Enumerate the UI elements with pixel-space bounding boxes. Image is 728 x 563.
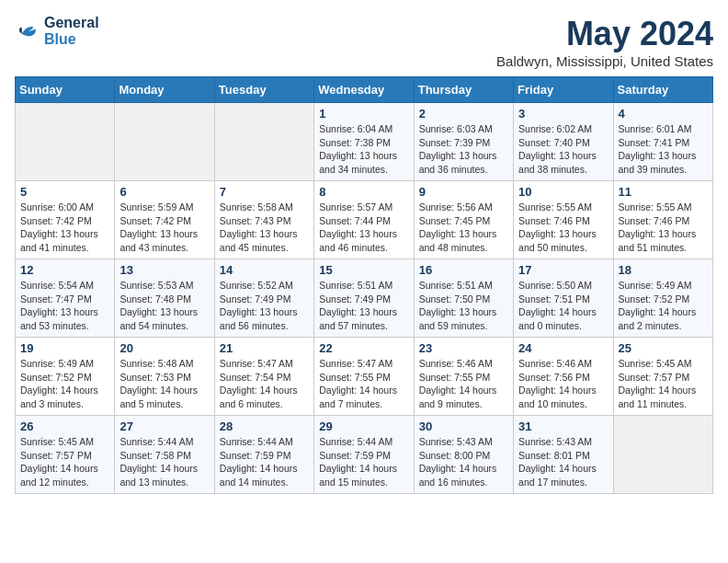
calendar-cell: 2Sunrise: 6:03 AM Sunset: 7:39 PM Daylig… bbox=[414, 103, 513, 181]
day-number: 25 bbox=[619, 341, 708, 355]
day-number: 10 bbox=[518, 185, 608, 199]
day-info: Sunrise: 5:51 AM Sunset: 7:50 PM Dayligh… bbox=[419, 279, 508, 333]
day-number: 18 bbox=[619, 263, 708, 277]
day-info: Sunrise: 5:49 AM Sunset: 7:52 PM Dayligh… bbox=[20, 357, 109, 411]
calendar-cell bbox=[214, 103, 313, 181]
day-info: Sunrise: 5:43 AM Sunset: 8:01 PM Dayligh… bbox=[518, 435, 608, 489]
day-number: 30 bbox=[419, 419, 508, 433]
day-info: Sunrise: 5:47 AM Sunset: 7:55 PM Dayligh… bbox=[319, 357, 408, 411]
page-header: General Blue May 2024 Baldwyn, Mississip… bbox=[15, 15, 713, 69]
day-number: 15 bbox=[319, 263, 408, 277]
calendar-cell: 30Sunrise: 5:43 AM Sunset: 8:00 PM Dayli… bbox=[414, 416, 513, 494]
calendar-cell: 17Sunrise: 5:50 AM Sunset: 7:51 PM Dayli… bbox=[514, 259, 613, 338]
day-info: Sunrise: 5:53 AM Sunset: 7:48 PM Dayligh… bbox=[119, 279, 209, 333]
calendar-cell: 12Sunrise: 5:54 AM Sunset: 7:47 PM Dayli… bbox=[16, 259, 115, 338]
calendar-cell: 11Sunrise: 5:55 AM Sunset: 7:46 PM Dayli… bbox=[613, 181, 712, 259]
calendar-cell: 20Sunrise: 5:48 AM Sunset: 7:53 PM Dayli… bbox=[115, 338, 214, 416]
day-number: 12 bbox=[20, 263, 109, 277]
calendar-cell: 18Sunrise: 5:49 AM Sunset: 7:52 PM Dayli… bbox=[613, 259, 712, 338]
title-block: May 2024 Baldwyn, Mississippi, United St… bbox=[496, 15, 713, 69]
day-number: 21 bbox=[220, 341, 309, 355]
calendar-cell: 13Sunrise: 5:53 AM Sunset: 7:48 PM Dayli… bbox=[115, 259, 214, 338]
calendar-cell bbox=[613, 416, 712, 494]
day-number: 4 bbox=[619, 107, 708, 121]
day-number: 24 bbox=[518, 341, 608, 355]
calendar-cell: 10Sunrise: 5:55 AM Sunset: 7:46 PM Dayli… bbox=[514, 181, 613, 259]
day-info: Sunrise: 5:51 AM Sunset: 7:49 PM Dayligh… bbox=[319, 279, 408, 333]
day-info: Sunrise: 6:01 AM Sunset: 7:41 PM Dayligh… bbox=[619, 122, 708, 177]
calendar-cell: 15Sunrise: 5:51 AM Sunset: 7:49 PM Dayli… bbox=[314, 259, 414, 338]
day-info: Sunrise: 5:45 AM Sunset: 7:57 PM Dayligh… bbox=[619, 357, 708, 411]
day-info: Sunrise: 5:46 AM Sunset: 7:56 PM Dayligh… bbox=[518, 357, 608, 411]
day-number: 7 bbox=[220, 185, 309, 199]
day-info: Sunrise: 6:04 AM Sunset: 7:38 PM Dayligh… bbox=[319, 122, 408, 177]
calendar-cell: 26Sunrise: 5:45 AM Sunset: 7:57 PM Dayli… bbox=[16, 416, 115, 494]
calendar-cell: 24Sunrise: 5:46 AM Sunset: 7:56 PM Dayli… bbox=[514, 338, 613, 416]
day-info: Sunrise: 5:55 AM Sunset: 7:46 PM Dayligh… bbox=[619, 201, 708, 255]
calendar-cell: 9Sunrise: 5:56 AM Sunset: 7:45 PM Daylig… bbox=[414, 181, 513, 259]
day-number: 11 bbox=[619, 185, 708, 199]
calendar-cell: 16Sunrise: 5:51 AM Sunset: 7:50 PM Dayli… bbox=[414, 259, 513, 338]
day-info: Sunrise: 5:48 AM Sunset: 7:53 PM Dayligh… bbox=[119, 357, 209, 411]
calendar-table: SundayMondayTuesdayWednesdayThursdayFrid… bbox=[15, 76, 713, 494]
day-number: 31 bbox=[518, 419, 608, 433]
calendar-cell bbox=[16, 103, 115, 181]
day-number: 2 bbox=[419, 107, 508, 121]
day-number: 6 bbox=[119, 185, 209, 199]
day-info: Sunrise: 5:52 AM Sunset: 7:49 PM Dayligh… bbox=[220, 279, 309, 333]
calendar-cell: 28Sunrise: 5:44 AM Sunset: 7:59 PM Dayli… bbox=[214, 416, 313, 494]
day-info: Sunrise: 5:47 AM Sunset: 7:54 PM Dayligh… bbox=[220, 357, 309, 411]
day-info: Sunrise: 5:58 AM Sunset: 7:43 PM Dayligh… bbox=[220, 201, 309, 255]
day-number: 28 bbox=[220, 419, 309, 433]
day-number: 9 bbox=[419, 185, 508, 199]
calendar-cell: 4Sunrise: 6:01 AM Sunset: 7:41 PM Daylig… bbox=[613, 103, 712, 181]
day-info: Sunrise: 5:56 AM Sunset: 7:45 PM Dayligh… bbox=[419, 201, 508, 255]
day-number: 5 bbox=[20, 185, 109, 199]
weekday-header-wednesday: Wednesday bbox=[314, 77, 414, 103]
calendar-cell: 19Sunrise: 5:49 AM Sunset: 7:52 PM Dayli… bbox=[16, 338, 115, 416]
day-info: Sunrise: 5:44 AM Sunset: 7:59 PM Dayligh… bbox=[220, 435, 309, 489]
calendar-cell: 5Sunrise: 6:00 AM Sunset: 7:42 PM Daylig… bbox=[16, 181, 115, 259]
calendar-cell: 31Sunrise: 5:43 AM Sunset: 8:01 PM Dayli… bbox=[514, 416, 613, 494]
day-info: Sunrise: 5:45 AM Sunset: 7:57 PM Dayligh… bbox=[20, 435, 109, 489]
day-number: 20 bbox=[119, 341, 209, 355]
day-number: 27 bbox=[119, 419, 209, 433]
day-info: Sunrise: 5:55 AM Sunset: 7:46 PM Dayligh… bbox=[518, 201, 608, 255]
calendar-cell: 21Sunrise: 5:47 AM Sunset: 7:54 PM Dayli… bbox=[214, 338, 313, 416]
calendar-cell: 7Sunrise: 5:58 AM Sunset: 7:43 PM Daylig… bbox=[214, 181, 313, 259]
day-info: Sunrise: 5:44 AM Sunset: 7:59 PM Dayligh… bbox=[319, 435, 408, 489]
calendar-cell: 23Sunrise: 5:46 AM Sunset: 7:55 PM Dayli… bbox=[414, 338, 513, 416]
calendar-cell: 3Sunrise: 6:02 AM Sunset: 7:40 PM Daylig… bbox=[514, 103, 613, 181]
calendar-cell: 22Sunrise: 5:47 AM Sunset: 7:55 PM Dayli… bbox=[314, 338, 414, 416]
day-number: 14 bbox=[220, 263, 309, 277]
weekday-header-monday: Monday bbox=[115, 77, 214, 103]
logo: General Blue bbox=[15, 15, 99, 48]
day-info: Sunrise: 6:02 AM Sunset: 7:40 PM Dayligh… bbox=[518, 122, 608, 177]
day-number: 29 bbox=[319, 419, 408, 433]
day-number: 16 bbox=[419, 263, 508, 277]
day-number: 26 bbox=[20, 419, 109, 433]
day-info: Sunrise: 5:46 AM Sunset: 7:55 PM Dayligh… bbox=[419, 357, 508, 411]
day-info: Sunrise: 6:03 AM Sunset: 7:39 PM Dayligh… bbox=[419, 122, 508, 177]
weekday-header-thursday: Thursday bbox=[414, 77, 513, 103]
day-info: Sunrise: 5:43 AM Sunset: 8:00 PM Dayligh… bbox=[419, 435, 508, 489]
day-number: 19 bbox=[20, 341, 109, 355]
logo-text: General Blue bbox=[44, 15, 99, 48]
day-number: 13 bbox=[119, 263, 209, 277]
day-number: 17 bbox=[518, 263, 608, 277]
calendar-cell: 1Sunrise: 6:04 AM Sunset: 7:38 PM Daylig… bbox=[314, 103, 414, 181]
calendar-cell: 14Sunrise: 5:52 AM Sunset: 7:49 PM Dayli… bbox=[214, 259, 313, 338]
day-number: 22 bbox=[319, 341, 408, 355]
logo-bird-icon bbox=[15, 18, 40, 44]
day-info: Sunrise: 5:44 AM Sunset: 7:58 PM Dayligh… bbox=[119, 435, 209, 489]
weekday-header-saturday: Saturday bbox=[613, 77, 712, 103]
weekday-header-friday: Friday bbox=[514, 77, 613, 103]
calendar-cell: 27Sunrise: 5:44 AM Sunset: 7:58 PM Dayli… bbox=[115, 416, 214, 494]
day-info: Sunrise: 5:57 AM Sunset: 7:44 PM Dayligh… bbox=[319, 201, 408, 255]
day-info: Sunrise: 5:59 AM Sunset: 7:42 PM Dayligh… bbox=[119, 201, 209, 255]
weekday-header-sunday: Sunday bbox=[16, 77, 115, 103]
weekday-header-tuesday: Tuesday bbox=[214, 77, 313, 103]
day-number: 1 bbox=[319, 107, 408, 121]
month-title: May 2024 bbox=[496, 15, 713, 53]
calendar-cell: 8Sunrise: 5:57 AM Sunset: 7:44 PM Daylig… bbox=[314, 181, 414, 259]
